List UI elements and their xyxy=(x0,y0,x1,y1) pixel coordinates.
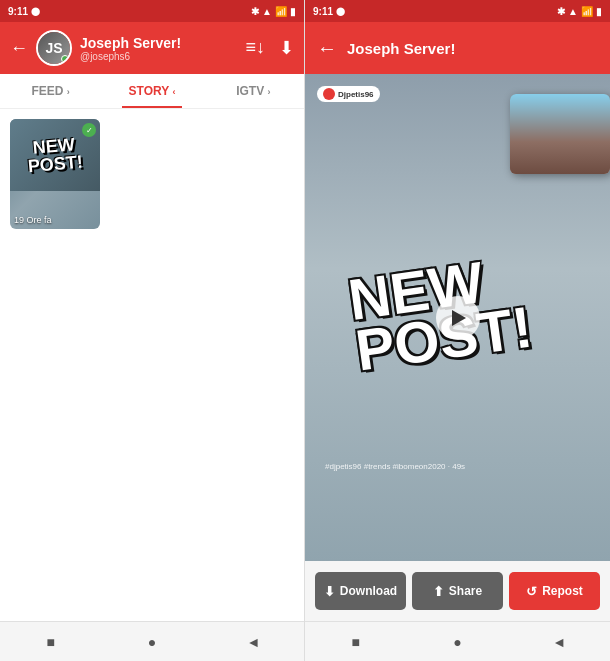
download-icon[interactable]: ⬇ xyxy=(279,37,294,59)
tab-story[interactable]: STORY ‹ xyxy=(101,74,202,108)
right-signal-icon: ▲ xyxy=(568,6,578,17)
left-nav-circle[interactable]: ● xyxy=(142,632,162,652)
right-status-bar: 9:11 ⬤ ✱ ▲ 📶 ▮ xyxy=(305,0,610,22)
right-back-button[interactable]: ← xyxy=(317,37,337,60)
back-button[interactable]: ← xyxy=(10,38,28,59)
download-btn-label: Download xyxy=(340,584,397,598)
right-nav-circle[interactable]: ● xyxy=(447,632,467,652)
story-viewer[interactable]: Djpetis96 NEWPOST! #djpetis96 #trends #i… xyxy=(305,74,610,561)
story-actions: ⬇ Download ⬆ Share ↺ Repost xyxy=(305,561,610,621)
filter-icon[interactable]: ≡↓ xyxy=(245,37,265,59)
left-content: NEWPOST! ✓ 19 Ore fa xyxy=(0,109,304,621)
right-nav-back[interactable]: ◄ xyxy=(549,632,569,652)
right-wifi-icon: 📶 xyxy=(581,6,593,17)
tab-igtv-arrow: › xyxy=(268,87,271,97)
story-check-icon: ✓ xyxy=(82,123,96,137)
tab-story-arrow: ‹ xyxy=(172,87,175,97)
story-username: Djpetis96 xyxy=(338,90,374,99)
left-time: 9:11 xyxy=(8,6,28,17)
header-username: Joseph Server! xyxy=(80,35,237,51)
inner-photo xyxy=(510,94,610,174)
story-user-badge: Djpetis96 xyxy=(317,86,380,102)
repost-btn-icon: ↺ xyxy=(526,584,537,599)
play-button[interactable] xyxy=(436,296,480,340)
tabs-bar: FEED › STORY ‹ IGTV › xyxy=(0,74,304,109)
share-btn-icon: ⬆ xyxy=(433,584,444,599)
right-bottom-nav: ■ ● ◄ xyxy=(305,621,610,661)
story-thumbnail[interactable]: NEWPOST! ✓ 19 Ore fa xyxy=(10,119,100,229)
left-nav-back[interactable]: ◄ xyxy=(243,632,263,652)
right-time: 9:11 xyxy=(313,6,333,17)
avatar: JS xyxy=(36,30,72,66)
tab-feed[interactable]: FEED › xyxy=(0,74,101,108)
thumb-timestamp: 19 Ore fa xyxy=(14,215,52,225)
repost-button[interactable]: ↺ Repost xyxy=(509,572,600,610)
right-notif: ⬤ xyxy=(336,7,345,16)
left-status-bar: 9:11 ⬤ ✱ ▲ 📶 ▮ xyxy=(0,0,304,22)
story-hashtags: #djpetis96 #trends #ibomeon2020 · 49s xyxy=(325,462,590,471)
wifi-icon: 📶 xyxy=(275,6,287,17)
share-button[interactable]: ⬆ Share xyxy=(412,572,503,610)
download-button[interactable]: ⬇ Download xyxy=(315,572,406,610)
thumb-new-post-label: NEWPOST! xyxy=(26,134,84,175)
right-header-username: Joseph Server! xyxy=(347,40,455,57)
left-bottom-nav: ■ ● ◄ xyxy=(0,621,304,661)
play-icon xyxy=(452,310,466,326)
right-bluetooth-icon: ✱ xyxy=(557,6,565,17)
header-icons: ≡↓ ⬇ xyxy=(245,37,294,59)
left-phone: 9:11 ⬤ ✱ ▲ 📶 ▮ ← JS Joseph Server! @jose… xyxy=(0,0,305,661)
header-subtext: @josephs6 xyxy=(80,51,237,62)
share-btn-label: Share xyxy=(449,584,482,598)
left-header: ← JS Joseph Server! @josephs6 ≡↓ ⬇ xyxy=(0,22,304,74)
left-nav-square[interactable]: ■ xyxy=(41,632,61,652)
download-btn-icon: ⬇ xyxy=(324,584,335,599)
story-user-avatar xyxy=(323,88,335,100)
tab-feed-arrow: › xyxy=(67,87,70,97)
right-phone: 9:11 ⬤ ✱ ▲ 📶 ▮ ← Joseph Server! Djpetis9… xyxy=(305,0,610,661)
battery-icon: ▮ xyxy=(290,6,296,17)
right-nav-square[interactable]: ■ xyxy=(346,632,366,652)
right-header: ← Joseph Server! xyxy=(305,22,610,74)
repost-btn-label: Repost xyxy=(542,584,583,598)
bluetooth-icon: ✱ xyxy=(251,6,259,17)
header-info: Joseph Server! @josephs6 xyxy=(80,35,237,62)
tab-igtv[interactable]: IGTV › xyxy=(203,74,304,108)
inner-photo-card xyxy=(510,94,610,174)
right-battery-icon: ▮ xyxy=(596,6,602,17)
signal-icon: ▲ xyxy=(262,6,272,17)
left-notif-dot: ⬤ xyxy=(31,7,40,16)
online-indicator xyxy=(61,55,69,63)
